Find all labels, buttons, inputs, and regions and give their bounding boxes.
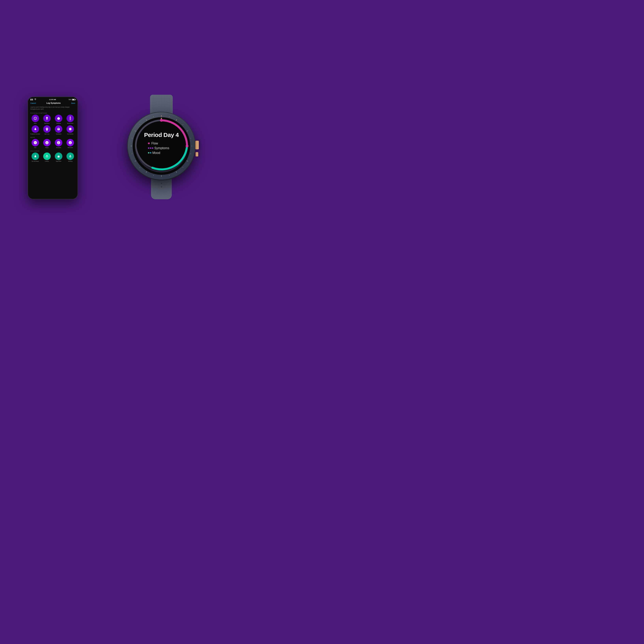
svg-line-41	[169, 116, 169, 117]
symptom-bloating[interactable]: Bloating	[53, 115, 64, 124]
svg-rect-12	[46, 130, 48, 131]
mood-grid: Fine Happy	[30, 139, 76, 148]
legend-flow: Flow	[148, 142, 179, 145]
legend-mood: Mood	[148, 151, 179, 155]
backache-label: Backache	[44, 123, 50, 124]
happy-icon	[43, 139, 51, 146]
body-aches-icon	[66, 115, 74, 122]
section-discharge-header: DISCHARGE	[30, 149, 76, 153]
battery-icon	[72, 99, 75, 100]
fine-icon	[32, 139, 39, 146]
headache-icon	[55, 125, 62, 133]
svg-point-64	[160, 119, 163, 122]
svg-point-66	[161, 118, 162, 119]
symptom-acne[interactable]: Acne	[30, 115, 40, 124]
svg-point-1	[34, 118, 35, 118]
watch-content: Period Day 4 Flow	[144, 132, 179, 161]
frequent-urination-label: Frequent Urination	[30, 133, 40, 135]
status-bar: ▌▌▌ 11:00 AM 93%	[28, 97, 78, 101]
save-button[interactable]: Save	[71, 102, 75, 104]
motivated-label: Motivated	[68, 147, 73, 148]
svg-point-38	[70, 156, 71, 157]
svg-point-13	[58, 128, 59, 129]
symptom-hot-flashes[interactable]: Hot Flashes	[65, 125, 76, 135]
svg-line-10	[70, 119, 71, 120]
section-mood-header: MOOD	[30, 136, 76, 139]
mood-happy[interactable]: Happy	[42, 139, 52, 148]
wifi-icon	[34, 99, 36, 100]
svg-point-24	[35, 142, 35, 142]
nav-bar: Cancel Log Symptoms Save	[28, 101, 78, 105]
watch-legend: Flow Symptoms	[144, 142, 179, 155]
battery-pct: 93%	[69, 99, 71, 100]
creamy-label: Creamy	[45, 161, 49, 162]
hot-flashes-label: Hot Flashes	[67, 133, 73, 135]
symptom-dot-1	[148, 147, 149, 149]
svg-point-65	[186, 145, 188, 147]
legend-label-mood: Mood	[152, 151, 160, 155]
no-discharge-label: No Discharge	[32, 161, 39, 162]
signal-bars-icon: ▌▌▌	[30, 99, 33, 100]
hair-loss-icon	[43, 125, 51, 133]
fine-label: Fine	[34, 147, 37, 148]
period-day-label: Period Day 4	[144, 132, 179, 138]
mood-fine[interactable]: Fine	[30, 139, 40, 148]
hair-loss-label: Hair Loss	[44, 133, 49, 135]
symptom-backache[interactable]: Backache	[42, 115, 52, 124]
frequent-urination-icon	[32, 125, 39, 133]
legend-label-flow: Flow	[151, 142, 158, 145]
symptom-body-aches[interactable]: Body Aches	[65, 115, 76, 124]
svg-point-25	[36, 142, 36, 142]
discharge-creamy[interactable]: Creamy	[42, 153, 52, 162]
watch: Period Day 4 Flow	[120, 91, 203, 201]
svg-point-2	[36, 118, 36, 118]
section-physical-header: PHYSICAL SYMPTOMS	[30, 111, 76, 115]
motivated-icon	[66, 139, 74, 146]
svg-point-67	[187, 132, 188, 133]
svg-point-37	[58, 156, 59, 157]
legend-symptoms: Symptoms	[148, 146, 179, 150]
watch-case: Period Day 4 Flow	[128, 112, 195, 180]
battery-fill	[72, 99, 74, 100]
svg-point-32	[69, 141, 72, 144]
watch-crown-small	[196, 152, 198, 156]
svg-line-44	[190, 138, 191, 138]
bloating-label: Bloating	[56, 123, 61, 124]
happy-label: Happy	[45, 147, 49, 148]
svg-point-5	[57, 117, 60, 120]
egg-white-icon	[55, 153, 62, 160]
symptom-dots	[148, 147, 153, 149]
phone-screen: ▌▌▌ 11:00 AM 93%	[28, 97, 78, 199]
mood-energetic[interactable]: Energetic	[53, 139, 64, 148]
battery-area: 93%	[69, 99, 75, 100]
symptom-frequent-urination[interactable]: Frequent Urination	[30, 125, 40, 135]
cancel-button[interactable]: Cancel	[30, 102, 36, 104]
symptom-hair-loss[interactable]: Hair Loss	[42, 125, 52, 135]
svg-point-0	[34, 117, 37, 120]
scroll-content[interactable]: PHYSICAL SYMPTOMS Acne	[28, 111, 78, 199]
bloating-icon	[55, 115, 62, 122]
svg-point-6	[70, 116, 71, 117]
svg-point-28	[47, 142, 48, 142]
svg-point-14	[69, 128, 71, 130]
description-text: Log how you're feeling every day to see …	[28, 105, 78, 111]
watch-crown[interactable]	[195, 141, 199, 149]
no-discharge-icon	[32, 153, 39, 160]
mood-dot-1	[148, 152, 149, 154]
discharge-egg-white[interactable]: Egg White	[53, 153, 64, 162]
acne-label: Acne	[34, 123, 37, 124]
discharge-none[interactable]: No Discharge	[30, 153, 40, 162]
mood-dot-2	[150, 152, 151, 154]
mood-motivated[interactable]: Motivated	[65, 139, 76, 148]
watch-screen: Period Day 4 Flow	[133, 117, 190, 175]
symptom-headache[interactable]: Headache	[53, 125, 64, 135]
discharge-spotting[interactable]: Spotting	[65, 153, 76, 162]
hot-flashes-icon	[66, 125, 74, 133]
svg-line-58	[132, 138, 132, 138]
phone: ▌▌▌ 11:00 AM 93%	[28, 97, 78, 199]
svg-point-26	[45, 141, 49, 144]
headache-label: Headache	[56, 133, 61, 135]
svg-point-34	[71, 142, 71, 142]
status-time: 11:00 AM	[49, 99, 56, 100]
mood-dots	[148, 152, 151, 154]
